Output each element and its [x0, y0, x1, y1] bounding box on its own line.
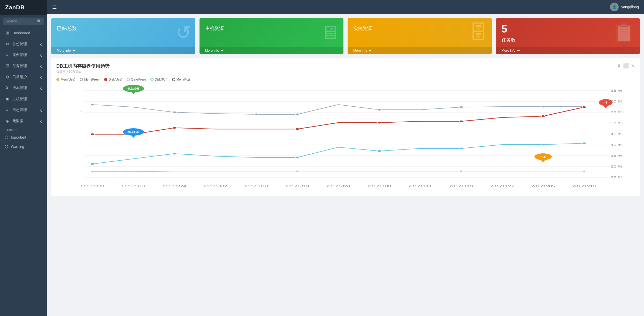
content-area: 已备/总数 ↺ More info ➜ 主机资源 🖥 More info ➜	[47, 14, 644, 316]
svg-text:···: ···	[78, 153, 83, 156]
chevron-icon: ❮	[40, 64, 42, 68]
avatar: 👤	[610, 3, 619, 11]
host-more-info-button[interactable]: More info ➜	[200, 47, 344, 54]
label-item-warning[interactable]: Warning	[0, 142, 47, 151]
stat-card-host[interactable]: 主机资源 🖥 More info ➜	[200, 18, 344, 54]
svg-text:20171026: 20171026	[326, 185, 350, 188]
label-important-text: Important	[11, 135, 26, 139]
host-icon: ▣	[5, 97, 10, 101]
svg-point-37	[295, 113, 299, 115]
svg-point-47	[541, 115, 545, 117]
svg-text:20171127: 20171127	[490, 185, 514, 188]
stat-card-backup[interactable]: 已备/总数 ↺ More info ➜	[51, 18, 195, 54]
instance-more-info-button[interactable]: More info ➜	[348, 47, 492, 54]
backup-card-icon: ↺	[176, 22, 191, 43]
stat-card-instance[interactable]: 实例资源 🗄 More info ➜	[348, 18, 492, 54]
svg-text:20170916: 20170916	[122, 185, 145, 188]
search-box: 🔍	[3, 18, 44, 25]
chart-svg: .grid-line { stroke: #e8e8e8; stroke-wid…	[56, 84, 635, 192]
sidebar-item-dashboard[interactable]: ⊞ Dashboard	[0, 27, 47, 38]
legend-dot-disk-free	[127, 78, 130, 81]
sidebar-item-backup[interactable]: ↺ 备份管理 ❮	[0, 38, 47, 50]
label-item-important[interactable]: Important	[0, 133, 47, 142]
instance-icon: ≡	[5, 53, 10, 57]
close-icon[interactable]: ✕	[631, 63, 635, 69]
sidebar-item-label: 元数据	[12, 119, 23, 123]
svg-point-57	[296, 170, 299, 172]
dashboard-icon: ⊞	[5, 30, 10, 35]
svg-point-46	[459, 120, 463, 122]
svg-point-40	[541, 106, 545, 108]
svg-point-50	[172, 153, 176, 155]
svg-marker-71	[603, 106, 608, 108]
svg-point-54	[541, 144, 545, 146]
svg-text:↑1: ↑1	[541, 155, 546, 158]
svg-point-44	[295, 128, 299, 130]
download-icon[interactable]: ⬇	[617, 63, 621, 69]
menu-toggle-button[interactable]: ☰	[52, 4, 57, 10]
arrow-right-icon: ➜	[221, 49, 224, 52]
svg-text:20171213: 20171213	[572, 185, 596, 188]
legend-dot-mem-use	[56, 78, 59, 81]
cost-icon: ¥	[5, 86, 10, 90]
main-content: ☰ 👤 yangqilong 已备/总数 ↺ More info ➜ 主机资源	[47, 0, 644, 316]
instance-card-icon: 🗄	[469, 22, 488, 43]
sidebar-item-task[interactable]: ☑ 任务管理 ❮	[0, 60, 47, 72]
legend-mem-free: Mem(Free)	[80, 78, 99, 81]
log-icon: ≡	[5, 108, 10, 112]
svg-text:20171018: 20171018	[286, 185, 309, 188]
stat-label-host: 主机资源	[205, 25, 338, 31]
sidebar-item-log[interactable]: ≡ 日志管理 ❮	[0, 105, 47, 115]
chevron-icon: ❮	[40, 53, 42, 57]
legend-disk-pct: Disk(Pct)	[150, 78, 167, 81]
sidebar-item-cost[interactable]: ¥ 成本管理 ❮	[0, 83, 47, 93]
sidebar-item-maintenance[interactable]: ⚙ 日常维护 ❮	[0, 72, 47, 83]
svg-point-52	[377, 150, 381, 152]
svg-point-38	[377, 109, 381, 111]
sidebar-item-label: 备份管理	[12, 42, 27, 46]
arrow-right-icon: ➜	[369, 49, 372, 52]
expand-icon[interactable]: ⬜	[623, 63, 629, 69]
stat-label-backup: 已备/总数	[57, 25, 190, 31]
maintenance-icon: ⚙	[5, 75, 10, 80]
sidebar-item-metadata[interactable]: ◈ 元数据 ❮	[0, 115, 47, 127]
svg-point-48	[582, 106, 586, 108]
search-input[interactable]	[6, 19, 35, 23]
sidebar-item-label: 日志管理	[12, 108, 27, 112]
stat-label-instance: 实例资源	[353, 25, 486, 31]
svg-point-35	[172, 111, 176, 113]
chart-title: DB主机内存磁盘使用趋势	[56, 63, 110, 69]
metadata-icon: ◈	[5, 119, 10, 123]
svg-point-43	[172, 127, 176, 129]
svg-marker-68	[541, 160, 546, 162]
stat-card-task[interactable]: 5 任务数 📋 More info ➜	[496, 18, 640, 54]
svg-text:43.65: 43.65	[127, 131, 140, 133]
svg-point-51	[295, 156, 299, 159]
svg-text:20171111: 20171111	[408, 185, 432, 188]
svg-marker-62	[131, 92, 136, 94]
search-container: 🔍	[0, 15, 47, 27]
legend-dot-disk-pct	[150, 78, 154, 81]
sidebar-item-label: 主机管理	[12, 97, 27, 101]
svg-text:···: ···	[78, 110, 83, 113]
svg-text:20171103: 20171103	[367, 185, 391, 188]
svg-point-36	[255, 113, 258, 115]
svg-point-39	[459, 106, 463, 108]
task-more-info-button[interactable]: More info ➜	[496, 47, 640, 54]
sidebar-item-host[interactable]: ▣ 主机管理	[0, 93, 47, 105]
task-card-icon: 📋	[612, 22, 636, 44]
sidebar-item-instance[interactable]: ≡ 实例管理 ❮	[0, 50, 47, 60]
svg-point-58	[460, 170, 463, 172]
sidebar: ZanDB 🔍 ⊞ Dashboard ↺ 备份管理 ❮ ≡ 实例管理 ❮ ☑ …	[0, 0, 47, 316]
svg-text:4: 4	[604, 101, 607, 104]
legend-disk-use: Disk(Use)	[104, 78, 122, 81]
svg-text:···: ···	[78, 131, 83, 135]
chevron-icon: ❮	[40, 75, 42, 79]
chart-subtitle: 每天早上10点采集	[56, 70, 110, 74]
chart-wrapper: .grid-line { stroke: #e8e8e8; stroke-wid…	[56, 84, 635, 193]
svg-marker-65	[131, 135, 136, 138]
svg-text:20171119: 20171119	[449, 185, 473, 188]
svg-point-42	[90, 133, 94, 135]
backup-more-info-button[interactable]: More info ➜	[51, 47, 195, 54]
app-logo: ZanDB	[0, 0, 47, 15]
